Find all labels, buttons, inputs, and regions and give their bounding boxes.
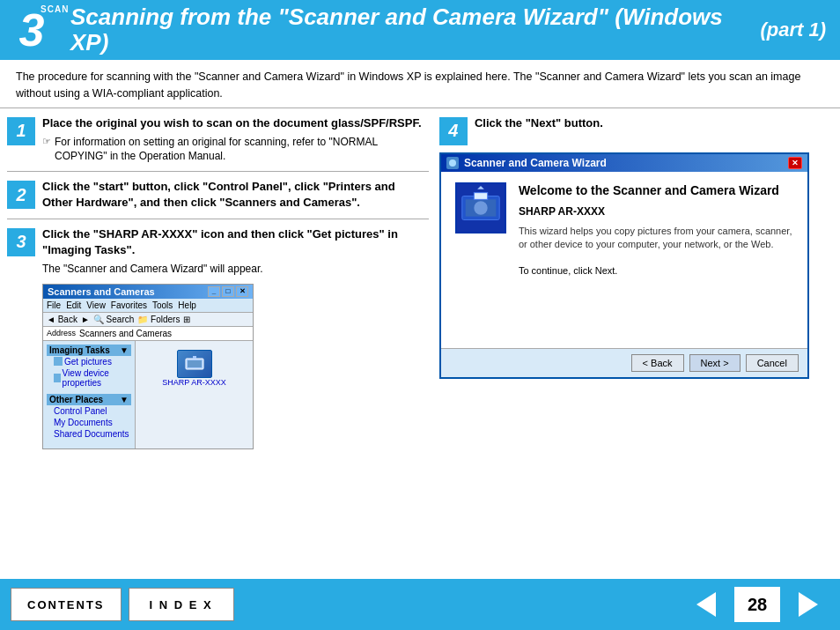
mock-maximize-btn: □	[222, 286, 234, 297]
step-1-content: Place the original you wish to scan on t…	[42, 115, 429, 165]
step-4-number: 4	[439, 117, 468, 145]
chapter-num-box: SCAN 3	[0, 0, 63, 60]
mock-left-panel: Imaging Tasks ▼ Get pictures View device…	[43, 341, 136, 448]
mock-address-bar: Address Scanners and Cameras	[43, 327, 253, 341]
step-3-title: Click the "SHARP AR-XXXX" icon and then …	[42, 226, 429, 258]
step-3-sub: The "Scanner and Camera Wizard" will app…	[42, 262, 429, 277]
wizard-window: Scanner and Camera Wizard ✕	[439, 152, 809, 379]
right-column: 4 Click the "Next" button. Scanner and C…	[436, 108, 833, 460]
scan-label: SCAN	[41, 5, 69, 14]
mock-close-btn: ✕	[236, 286, 248, 297]
svg-point-4	[449, 159, 456, 167]
left-column: 1 Place the original you wish to scan on…	[7, 108, 436, 460]
mock-panel-item-1b: View device properties	[47, 367, 131, 389]
part-label: (part 1)	[760, 19, 826, 41]
wizard-footer: < Back Next > Cancel	[441, 348, 807, 377]
mock-panel-item-1a: Get pictures	[47, 356, 131, 367]
mock-panel-title-1: Imaging Tasks ▼	[47, 345, 131, 356]
step-1-block: 1 Place the original you wish to scan on…	[7, 108, 429, 173]
header-title-block: Scanning from the "Scanner and Camera Wi…	[63, 4, 760, 55]
step-3-number: 3	[7, 228, 35, 256]
contents-button[interactable]: CONTENTS	[11, 588, 122, 621]
wizard-description: This wizard helps you copy pictures from…	[519, 225, 793, 252]
page-header: SCAN 3 Scanning from the "Scanner and Ca…	[0, 0, 840, 60]
mock-scanner-icon: SHARP AR-XXXX	[162, 350, 225, 387]
intro-text: The procedure for scanning with the "Sca…	[0, 60, 840, 108]
mock-panel-item-2a: Control Panel	[47, 405, 131, 417]
get-pictures-icon	[54, 357, 63, 366]
mock-menubar: File Edit View Favorites Tools Help	[43, 299, 253, 313]
step-1-note: For information on setting an original f…	[42, 135, 429, 165]
wizard-device-name: SHARP AR-XXXX	[519, 205, 793, 218]
mock-imaging-tasks: Imaging Tasks ▼ Get pictures View device…	[47, 345, 131, 389]
svg-rect-9	[474, 192, 487, 199]
step-1-title: Place the original you wish to scan on t…	[42, 115, 429, 131]
mock-body: Imaging Tasks ▼ Get pictures View device…	[43, 341, 253, 448]
main-content: 1 Place the original you wish to scan on…	[0, 108, 840, 460]
prev-arrow-icon	[696, 592, 716, 617]
next-page-button[interactable]	[787, 587, 829, 622]
mock-titlebar-buttons: _ □ ✕	[208, 286, 248, 297]
scanner-image	[177, 350, 212, 378]
mock-right-panel: SHARP AR-XXXX	[136, 341, 253, 448]
step-3-content: Click the "SHARP AR-XXXX" icon and then …	[42, 226, 429, 277]
bottom-navigation: CONTENTS I N D E X 28	[0, 579, 840, 630]
wizard-scanner-icon	[455, 182, 506, 233]
step-4-content: Click the "Next" button.	[475, 115, 833, 131]
wizard-title-icon	[446, 157, 459, 169]
wizard-back-button[interactable]: < Back	[631, 354, 684, 372]
svg-rect-1	[188, 360, 202, 367]
wizard-icon-area	[455, 182, 508, 337]
mock-minimize-btn: _	[208, 286, 220, 297]
page-number: 28	[734, 587, 780, 622]
mock-other-places: Other Places ▼ Control Panel My Document…	[47, 394, 131, 440]
chapter-number: SCAN 3	[19, 7, 45, 53]
mock-titlebar: Scanners and Cameras _ □ ✕	[43, 285, 253, 299]
step-2-title: Click the "start" button, click "Control…	[42, 179, 429, 211]
wizard-continue-text: To continue, click Next.	[519, 265, 793, 276]
step-3-screenshot: Scanners and Cameras _ □ ✕ File Edit Vie…	[42, 284, 254, 449]
mock-panel-item-2b: My Documents	[47, 417, 131, 428]
mock-toolbar: ◄ Back ► 🔍 Search 📁 Folders ⊞	[43, 313, 253, 327]
wizard-cancel-button[interactable]: Cancel	[746, 354, 799, 372]
wizard-titlebar: Scanner and Camera Wizard ✕	[441, 154, 807, 172]
wizard-body: Welcome to the Scanner and Camera Wizard…	[441, 172, 807, 348]
main-title: Scanning from the "Scanner and Camera Wi…	[70, 4, 760, 55]
wizard-close-button[interactable]: ✕	[788, 157, 802, 169]
wizard-text-area: Welcome to the Scanner and Camera Wizard…	[519, 182, 793, 337]
wizard-title-text: Scanner and Camera Wizard	[464, 157, 607, 169]
step-4-block: 4 Click the "Next" button.	[439, 108, 833, 149]
index-button[interactable]: I N D E X	[129, 588, 234, 621]
step-4-title: Click the "Next" button.	[475, 115, 833, 131]
step-1-number: 1	[7, 117, 35, 145]
view-device-icon	[54, 374, 61, 382]
next-arrow-icon	[799, 592, 818, 617]
wizard-next-button[interactable]: Next >	[689, 354, 741, 372]
step-2-content: Click the "start" button, click "Control…	[42, 179, 429, 211]
mock-panel-item-2c: Shared Documents	[47, 428, 131, 440]
svg-point-8	[474, 201, 487, 214]
step-2-block: 2 Click the "start" button, click "Contr…	[7, 172, 429, 219]
step-2-number: 2	[7, 181, 35, 209]
mock-panel-title-2: Other Places ▼	[47, 394, 131, 405]
prev-page-button[interactable]	[685, 587, 727, 622]
step-3-block: 3 Click the "SHARP AR-XXXX" icon and the…	[7, 219, 429, 460]
step-3-header: 3 Click the "SHARP AR-XXXX" icon and the…	[7, 226, 429, 277]
svg-rect-2	[193, 356, 196, 359]
wizard-welcome-text: Welcome to the Scanner and Camera Wizard	[519, 182, 793, 198]
